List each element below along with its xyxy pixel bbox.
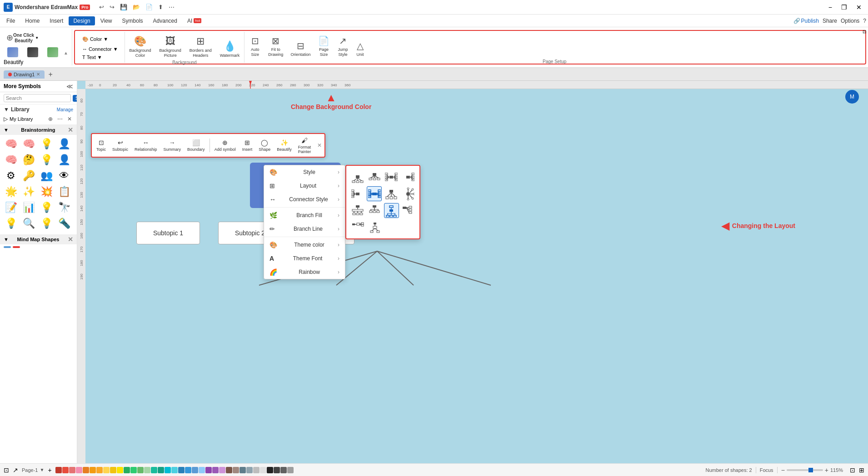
color-swatch-35[interactable] [287,467,294,473]
lightbulb-icon-1[interactable]: 💡 [4,216,18,231]
export-btn[interactable]: ⬆ [156,3,165,11]
person-icon-1[interactable]: 👤 [57,137,71,151]
options-btn[interactable]: Options [841,18,859,24]
idea-icon-1[interactable]: 💡 [39,153,54,167]
color-swatch-8[interactable] [103,467,110,473]
gear-icon-1[interactable]: ⚙ [4,169,18,183]
zoom-out-btn[interactable]: − [781,466,785,474]
fit-drawing-btn[interactable]: ⊠ Fit toDrawing [265,34,286,59]
burst-icon-1[interactable]: 💥 [39,184,54,199]
color-swatch-3[interactable] [69,467,75,473]
color-swatch-24[interactable] [212,467,219,473]
layout-item-12[interactable] [401,203,416,218]
nav-icon-1[interactable]: ⊡ [4,466,9,474]
library-close-btn[interactable]: ✕ [66,115,73,123]
watermark-btn[interactable]: 💧 Watermark [217,39,243,60]
brainstorming-expand-icon[interactable]: ▼ [4,127,9,133]
unit-btn[interactable]: △ Unit [353,39,367,59]
color-swatch-25[interactable] [219,467,225,473]
page-add-btn[interactable]: + [48,466,51,474]
topic-btn[interactable]: ⊡ Topic [95,138,108,153]
menu-symbols[interactable]: Symbols [118,16,148,25]
layout-item-4[interactable] [401,169,416,184]
layout-item-7[interactable] [384,186,399,201]
shape-btn[interactable]: ◯ Shape [257,138,272,153]
note-icon-1[interactable]: 📝 [4,200,18,215]
layout-item-8[interactable] [401,186,416,201]
search-button[interactable]: Search [73,95,77,102]
eye-icon-1[interactable]: 👁 [57,169,71,183]
layout-item-5[interactable] [350,186,365,201]
summary-btn[interactable]: → Summary [162,138,183,153]
menu-file[interactable]: File [2,16,20,25]
menu-design[interactable]: Design [69,16,95,25]
menu-insert[interactable]: Insert [45,16,68,25]
color-swatch-10[interactable] [117,467,123,473]
idea-icon-2[interactable]: 💡 [39,216,54,231]
layout-item-14[interactable] [367,220,382,235]
layout-item-9[interactable] [350,203,365,218]
color-swatch-22[interactable] [199,467,205,473]
layout-item-13[interactable] [350,220,365,235]
borders-headers-btn[interactable]: ⊞ Borders andHeaders [187,34,215,60]
add-symbol-btn[interactable]: ⊕ Add symbol [213,138,238,153]
ctx-theme-font[interactable]: A Theme Font › [264,252,345,265]
share-btn[interactable]: Share [823,18,837,24]
ctx-style[interactable]: 🎨 Style › [264,165,345,179]
color-swatch-30[interactable] [253,467,259,473]
one-click-beautify-btn[interactable]: ⊕ One ClickBeautify ▼ [4,30,41,45]
fit-page-btn[interactable]: ⊡ [850,466,855,474]
ctx-connector-style[interactable]: ↔ Connector Style › [264,193,345,206]
brain-icon-1[interactable]: 🧠 [4,137,18,151]
ctx-branch-line[interactable]: ✏ Branch Line › [264,222,345,236]
mind-map-expand-icon[interactable]: ▼ [4,237,9,242]
library-new-btn[interactable]: ⊕ [47,115,54,123]
shape-swatch-blue[interactable] [4,246,11,248]
menu-view[interactable]: View [96,16,117,25]
restore-btn[interactable]: ❐ [838,3,850,12]
flashlight-icon-1[interactable]: 🔦 [57,216,71,231]
brain-icon-4[interactable]: 🧠 [4,153,18,167]
beautify-btn[interactable]: ✨ Beautify [275,138,294,153]
color-dropdown-btn[interactable]: 🎨 Color ▼ [80,35,111,43]
my-library-expand-icon[interactable]: ▷ [4,116,8,122]
boundary-btn[interactable]: ⬜ Boundary [185,138,207,153]
color-swatch-14[interactable] [144,467,150,473]
page-size-btn[interactable]: 📄 PageSize [315,34,332,59]
connector-dropdown-btn[interactable]: ↔ Connector ▼ [80,45,121,53]
color-swatch-1[interactable] [55,467,62,473]
style-1-btn[interactable] [4,46,22,59]
tab-drawing1[interactable]: Drawing1 ✕ [4,70,45,79]
checklist-icon-1[interactable]: 📋 [57,184,71,199]
layout-item-3[interactable] [384,169,399,184]
background-picture-btn[interactable]: 🖼 BackgroundPicture [157,34,184,60]
color-swatch-2[interactable] [62,467,69,473]
color-swatch-12[interactable] [130,467,137,473]
insert-btn[interactable]: ⊞ Insert [240,138,254,153]
think-icon-1[interactable]: 🤔 [21,153,36,167]
redo-btn[interactable]: ↪ [108,3,116,11]
open-btn[interactable]: 📂 [131,3,142,11]
color-swatch-9[interactable] [110,467,116,473]
zoom-in-btn[interactable]: + [825,466,828,474]
format-painter-btn[interactable]: 🖌 FormatPainter [296,136,313,155]
layout-item-1[interactable] [350,169,365,184]
bulb-icon-1[interactable]: 💡 [39,200,54,215]
subtopic-box-1[interactable]: Subtopic 1 [136,222,200,244]
color-swatch-5[interactable] [83,467,89,473]
color-swatch-26[interactable] [226,467,232,473]
auto-size-btn[interactable]: ⊡ AutoSize [246,34,264,59]
ft-close-btn[interactable]: ✕ [317,142,322,149]
expand-styles-up[interactable]: ▲ [64,50,68,55]
color-swatch-31[interactable] [260,467,266,473]
library-options-btn[interactable]: ⋯ [56,115,64,123]
color-swatch-28[interactable] [239,467,246,473]
layout-item-10[interactable] [367,203,382,218]
ctx-rainbow[interactable]: 🌈 Rainbow › [264,265,345,279]
page-selector[interactable]: Page-1 ▼ [22,467,44,473]
minimize-btn[interactable]: − [826,3,835,12]
search-input[interactable] [4,94,71,102]
ctx-branch-fill[interactable]: 🌿 Branch Fill › [264,208,345,222]
people-icon-1[interactable]: 👥 [39,169,54,183]
text-dropdown-btn[interactable]: T Text ▼ [80,54,105,61]
